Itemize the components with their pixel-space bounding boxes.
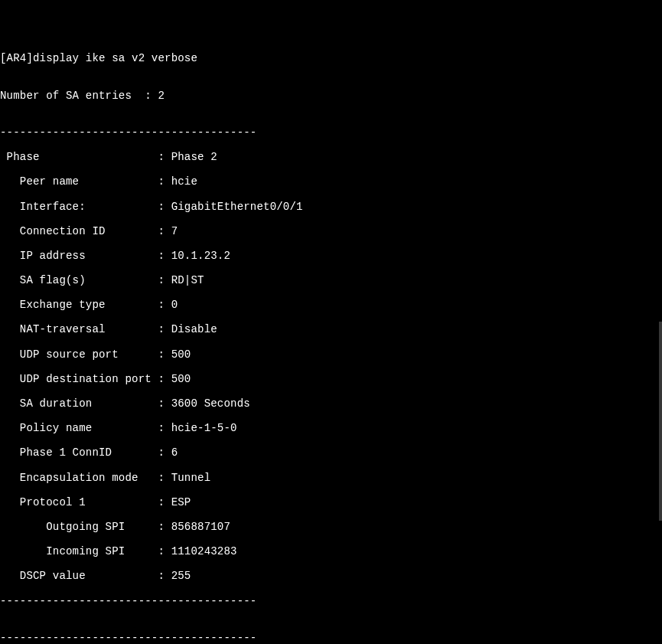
phase2-udp-dst: UDP destination port : 500 bbox=[0, 373, 662, 385]
divider: --------------------------------------- bbox=[0, 126, 662, 139]
phase2-nat-traversal: NAT-traversal : Disable bbox=[0, 323, 662, 335]
phase2-peer-name: Peer name : hcie bbox=[0, 175, 662, 188]
divider: --------------------------------------- bbox=[0, 632, 662, 644]
phase2-out-spi: Outgoing SPI : 856887107 bbox=[0, 521, 662, 533]
phase2-udp-src: UDP source port : 500 bbox=[0, 348, 662, 361]
phase2-dscp: DSCP value : 255 bbox=[0, 570, 662, 582]
phase2-policy-name: Policy name : hcie-1-5-0 bbox=[0, 422, 662, 434]
phase2-phase: Phase : Phase 2 bbox=[0, 151, 662, 163]
phase2-sa-flags: SA flag(s) : RD|ST bbox=[0, 274, 662, 286]
sa-count: Number of SA entries : 2 bbox=[0, 90, 662, 102]
phase2-phase1-connid: Phase 1 ConnID : 6 bbox=[0, 446, 662, 459]
phase2-in-spi: Incoming SPI : 1110243283 bbox=[0, 545, 662, 557]
phase2-protocol1: Protocol 1 : ESP bbox=[0, 496, 662, 508]
phase2-connection-id: Connection ID : 7 bbox=[0, 225, 662, 237]
phase2-encap-mode: Encapsulation mode : Tunnel bbox=[0, 472, 662, 484]
divider: --------------------------------------- bbox=[0, 595, 662, 607]
phase2-interface: Interface: : GigabitEthernet0/0/1 bbox=[0, 201, 662, 213]
phase2-exchange-type: Exchange type : 0 bbox=[0, 299, 662, 311]
scrollbar-thumb[interactable] bbox=[659, 322, 662, 521]
command-line: [AR4]display ike sa v2 verbose bbox=[0, 52, 662, 64]
phase2-sa-duration: SA duration : 3600 Seconds bbox=[0, 397, 662, 410]
phase2-ip-address: IP address : 10.1.23.2 bbox=[0, 250, 662, 262]
